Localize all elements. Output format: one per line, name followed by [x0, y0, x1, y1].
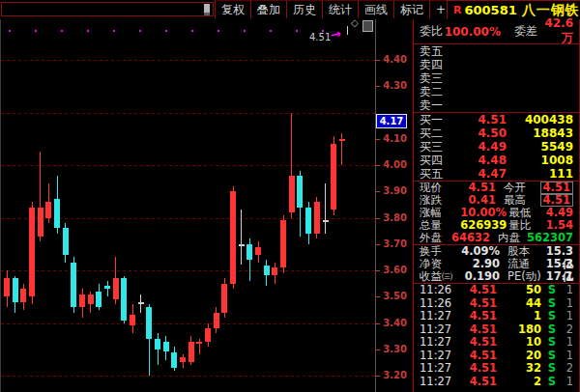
candle: [280, 220, 286, 267]
tick-side: S: [546, 297, 558, 311]
buy-row[interactable]: 买五4.47111: [414, 167, 579, 181]
candle: [214, 313, 219, 328]
candle: [221, 284, 227, 313]
tick-time: 11:27: [420, 376, 454, 389]
sell-volume: [507, 71, 573, 85]
fund-stat-row: 收益㈢0.190PE(动)17.1: [414, 270, 579, 283]
sell-price: [450, 85, 507, 98]
candle: [289, 176, 295, 212]
fund-stat-value: 0.190: [461, 270, 500, 283]
alert-arrow-icon: →: [330, 26, 343, 42]
tick-count: 1: [558, 297, 573, 311]
candle: [339, 139, 345, 142]
alert-price-line: [9, 30, 347, 32]
candlestick-chart[interactable]: 4.51 → ◇: [0, 19, 375, 392]
quote-stat-value-text: 4.49: [546, 206, 573, 219]
tick-side: S: [546, 336, 558, 350]
axis-label: 3.80: [382, 212, 407, 223]
weicha-value: 42.6万: [537, 16, 573, 46]
sell-level-label: 卖五: [420, 44, 450, 58]
toolbar-button-统计[interactable]: 统计: [323, 1, 359, 18]
quote-stats: 现价4.51今开4.51涨跌0.41最高4.51涨幅10.00%最低4.49总量…: [414, 182, 579, 244]
candle: [88, 294, 94, 305]
candle: [113, 278, 119, 299]
candle: [188, 342, 194, 363]
toolbar-button-画线[interactable]: 画线: [359, 1, 394, 18]
tick-time: 11:27: [420, 323, 454, 337]
axis-label: 3.20: [382, 370, 407, 380]
tick-time: 11:27: [420, 310, 454, 323]
toolbar-button-叠加[interactable]: 叠加: [251, 1, 287, 18]
maximize-pane-icon[interactable]: [362, 20, 373, 32]
tick-count: 1: [558, 336, 573, 350]
candle: [29, 208, 35, 297]
sell-row[interactable]: 卖三: [414, 71, 579, 85]
candle: [79, 294, 85, 308]
sell-price: [450, 44, 507, 58]
candle: [4, 278, 10, 296]
toolbar-button-历史[interactable]: 历史: [287, 1, 323, 18]
candle: [13, 278, 18, 302]
candle: [272, 267, 277, 275]
gridline: [1, 376, 375, 377]
sell-row[interactable]: 卖一: [414, 98, 579, 112]
candle-wick: [325, 183, 326, 234]
buy-row[interactable]: 买二4.5018843: [414, 126, 579, 140]
buy-volume: 5549: [507, 140, 573, 154]
axis-label: 3.90: [382, 185, 407, 196]
tick-price: 4.51: [454, 362, 497, 376]
buy-volume: 111: [507, 167, 573, 181]
fund-stat-label: 收益㈢: [420, 270, 461, 283]
axis-label: 3.70: [382, 238, 407, 249]
candle: [20, 289, 26, 302]
tick-volume: 1: [497, 310, 541, 323]
candle: [196, 342, 202, 345]
buy-row[interactable]: 买四4.481008: [414, 154, 579, 167]
tick-count: 1: [558, 284, 573, 297]
tick-side: S: [546, 323, 558, 337]
quote-stat-value-text: 4.51: [469, 181, 496, 194]
candle: [314, 202, 320, 234]
quote-stat-value: 64632: [451, 232, 490, 244]
candle: [180, 357, 186, 363]
sell-row[interactable]: 卖二: [414, 85, 579, 98]
toolbar-button-标记[interactable]: 标记: [394, 1, 430, 18]
tick-time: 11:26: [420, 284, 454, 297]
fund-stat-value-text: 17.1: [546, 269, 573, 283]
sell-volume: [507, 98, 573, 112]
tick-volume: 32: [497, 362, 541, 376]
sell-row[interactable]: 卖五: [414, 44, 579, 58]
title-input-box[interactable]: [1, 2, 214, 16]
buy-volume: 400438: [507, 113, 573, 126]
axis-label: 4.40: [382, 54, 407, 65]
sell-level-label: 卖三: [420, 71, 450, 85]
quote-stat-label: 内盘: [498, 232, 527, 244]
quote-panel: 委比 100.00% 委差 42.6万 卖五卖四卖三卖二卖一 买一4.51400…: [413, 19, 580, 392]
tick-side: S: [546, 350, 558, 363]
tick-row: 11:274.5132S2: [414, 362, 579, 376]
buy-level-label: 买一: [420, 113, 450, 126]
tick-count: 1: [558, 376, 573, 389]
axis-tick: [376, 139, 380, 140]
axis-tick: [376, 296, 380, 297]
gridline: [1, 165, 375, 166]
buy-price: 4.51: [450, 113, 507, 126]
buy-row[interactable]: 买一4.51400438: [414, 113, 579, 126]
sell-price: [450, 98, 507, 112]
sell-volume: [507, 85, 573, 98]
top-toolbar: 复权叠加历史统计画线标记+自选返回 R 600581 八一钢铁: [0, 0, 580, 19]
candle: [163, 342, 169, 352]
buy-level-label: 买四: [420, 154, 450, 167]
tick-side: S: [546, 284, 558, 297]
gridline: [1, 60, 375, 61]
axis-label: 3.40: [382, 318, 407, 328]
toolbar-button-复权[interactable]: 复权: [215, 1, 251, 18]
sell-row[interactable]: 卖四: [414, 58, 579, 71]
buy-row[interactable]: 买三4.495549: [414, 140, 579, 154]
tick-row: 11:274.511S1: [414, 310, 579, 323]
buy-price: 4.49: [450, 140, 507, 154]
tick-side: S: [546, 310, 558, 323]
candle: [71, 263, 76, 307]
buy-volume: 18843: [507, 126, 573, 140]
candle: [255, 247, 261, 255]
